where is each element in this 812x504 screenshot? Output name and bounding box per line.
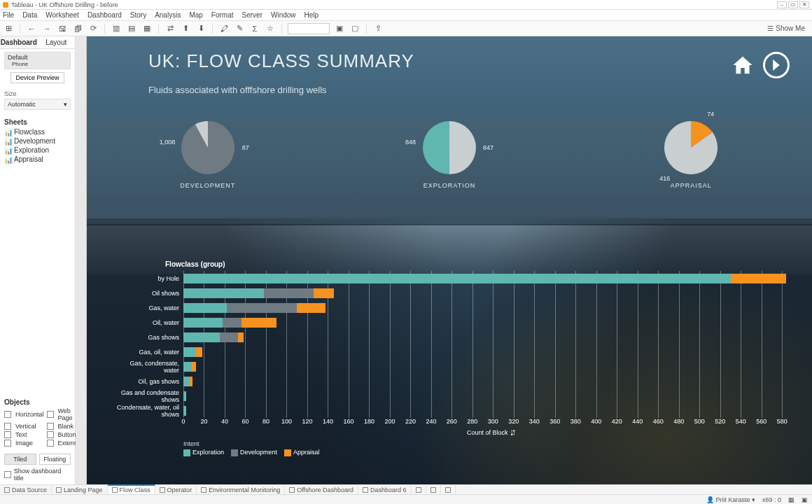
obj-image[interactable]: Image — [15, 440, 44, 447]
bar-segment — [223, 318, 241, 328]
tab-dashboard-6[interactable]: Dashboard 6 — [358, 485, 412, 494]
sheet-appraisal[interactable]: 📊Appraisal — [4, 155, 71, 164]
obj-horizontal[interactable]: Horizontal — [15, 411, 44, 418]
show-me-button[interactable]: ☰ Show Me — [767, 24, 805, 32]
new-dashboard-button[interactable] — [426, 485, 441, 494]
highlight-button[interactable]: 🖍 — [218, 23, 230, 34]
bar-chart[interactable]: by HoleOil showsGas, waterOil, waterGas … — [115, 271, 799, 418]
menu-help[interactable]: Help — [304, 11, 319, 19]
bar-segment — [220, 332, 239, 342]
bar-row[interactable]: Oil shows — [115, 286, 799, 300]
pie-appraisal[interactable]: 74 416 APPRAISAL — [662, 119, 720, 189]
minimize-button[interactable]: – — [777, 1, 787, 8]
tableau-icon[interactable]: ⊞ — [3, 23, 14, 34]
tab-operator[interactable]: Operator — [155, 485, 197, 494]
pie-value: 74 — [707, 111, 714, 118]
main-area: Dashboard Layout Default Phone Device Pr… — [0, 36, 812, 484]
menu-map[interactable]: Map — [189, 11, 202, 19]
share-button[interactable]: ⇪ — [372, 23, 384, 34]
bar-row[interactable]: Gas, condensate, water — [115, 359, 799, 374]
vertical-mini-tabs[interactable] — [76, 36, 87, 484]
bar-segment — [183, 377, 190, 386]
labels-button[interactable]: ☆ — [265, 23, 276, 34]
tab-env-monitoring[interactable]: Environmental Monitoring — [197, 485, 285, 494]
view-cards-button[interactable]: ▣ — [334, 23, 345, 34]
sheet-exploration[interactable]: 📊Exploration — [4, 146, 71, 155]
toolbar: ⊞ ← → 🖫 🗐 ⟳ ▥ ▤ ▦ ⇄ ⬆ ⬇ 🖍 ✎ Σ ☆ ▣ ▢ ⇪ ☰ … — [0, 21, 812, 36]
fit-dropdown[interactable] — [288, 23, 330, 34]
status-icon-1[interactable]: ▦ — [788, 496, 794, 503]
obj-vertical[interactable]: Vertical — [15, 423, 44, 430]
new-data-button[interactable]: 🗐 — [72, 23, 83, 34]
status-icon-2[interactable]: ▣ — [802, 496, 808, 503]
obj-button-icon[interactable] — [47, 431, 54, 438]
tab-landing-page[interactable]: Landing Page — [52, 485, 108, 494]
bar-row[interactable]: Oil, gas shows — [115, 374, 799, 388]
dup-sheet-button[interactable]: ▤ — [126, 23, 137, 34]
menu-story[interactable]: Story — [130, 11, 146, 19]
obj-text-icon[interactable] — [4, 431, 11, 438]
maximize-button[interactable]: ▭ — [788, 1, 798, 8]
obj-text[interactable]: Text — [15, 431, 44, 438]
bar-row[interactable]: by Hole — [115, 271, 799, 286]
menu-dashboard[interactable]: Dashboard — [88, 11, 122, 19]
pie-development[interactable]: 1,008 87 DEVELOPMENT — [179, 119, 237, 189]
menu-analysis[interactable]: Analysis — [155, 11, 181, 19]
sheet-icon: 📊 — [4, 138, 11, 145]
sidetab-layout[interactable]: Layout — [38, 36, 76, 48]
obj-image-icon[interactable] — [4, 440, 11, 447]
new-sheet-button[interactable]: ▥ — [111, 23, 122, 34]
bar-row[interactable]: Gas, water — [115, 300, 799, 315]
obj-vertical-icon[interactable] — [4, 423, 11, 430]
back-button[interactable]: ← — [26, 23, 37, 34]
menu-window[interactable]: Window — [271, 11, 296, 19]
new-story-button[interactable] — [441, 485, 456, 494]
menu-format[interactable]: Format — [211, 11, 234, 19]
sidetab-dashboard[interactable]: Dashboard — [0, 36, 38, 48]
forward-button[interactable]: → — [41, 23, 52, 34]
device-preview-button[interactable]: Device Preview — [10, 72, 64, 83]
home-icon[interactable] — [731, 55, 755, 76]
sheet-flowclass[interactable]: 📊Flowclass — [4, 127, 71, 136]
sort-asc-button[interactable]: ⬆ — [180, 23, 191, 34]
menu-worksheet[interactable]: Worksheet — [46, 11, 79, 19]
bar-row[interactable]: Condensate, water, oil shows — [115, 403, 799, 418]
refresh-button[interactable]: ⟳ — [88, 23, 99, 34]
show-title-checkbox[interactable]: Show dashboard title — [0, 468, 75, 484]
tab-offshore-dashboard[interactable]: Offshore Dashboard — [285, 485, 358, 494]
obj-extension-icon[interactable] — [47, 440, 54, 447]
pie-exploration[interactable]: 848 847 EXPLORATION — [421, 119, 478, 189]
legend-item-appraisal[interactable]: Appraisal — [284, 449, 320, 456]
obj-blank-icon[interactable] — [47, 423, 54, 430]
save-button[interactable]: 🖫 — [57, 23, 68, 34]
presentation-button[interactable]: ▢ — [349, 23, 360, 34]
user-menu[interactable]: 👤 Priit Karaste ▾ — [706, 496, 755, 503]
close-button[interactable]: ✕ — [799, 1, 809, 8]
group-button[interactable]: ✎ — [234, 23, 245, 34]
sheet-development[interactable]: 📊Development — [4, 136, 71, 146]
sort-desc-button[interactable]: ⬇ — [195, 23, 206, 34]
totals-button[interactable]: Σ — [249, 23, 260, 34]
menu-data[interactable]: Data — [22, 11, 37, 19]
legend-item-development[interactable]: Development — [231, 449, 277, 456]
bar-row[interactable]: Gas shows — [115, 330, 799, 344]
tiled-toggle[interactable]: Tiled — [4, 454, 36, 465]
tab-data-source[interactable]: Data Source — [0, 485, 52, 494]
bar-row[interactable]: Oil, water — [115, 315, 799, 330]
tab-flow-class[interactable]: Flow Class — [108, 484, 155, 493]
obj-webpage-icon[interactable] — [47, 411, 54, 418]
legend-item-exploration[interactable]: Exploration — [183, 449, 224, 456]
menu-file[interactable]: File — [3, 11, 14, 19]
sort-icon[interactable]: ⮃ — [510, 429, 516, 436]
size-dropdown[interactable]: Automatic ▾ — [4, 99, 71, 110]
obj-horizontal-icon[interactable] — [4, 411, 11, 418]
swap-button[interactable]: ⇄ — [164, 23, 176, 34]
bar-row[interactable]: Gas, oil, water — [115, 344, 799, 359]
menu-server[interactable]: Server — [242, 11, 262, 19]
bar-row[interactable]: Gas and condensate shows — [115, 388, 799, 403]
next-button[interactable] — [763, 52, 790, 78]
new-worksheet-button[interactable] — [412, 485, 426, 494]
default-device-box[interactable]: Default Phone — [4, 52, 71, 69]
floating-toggle[interactable]: Floating — [39, 454, 71, 465]
clear-sheet-button[interactable]: ▦ — [141, 23, 153, 34]
